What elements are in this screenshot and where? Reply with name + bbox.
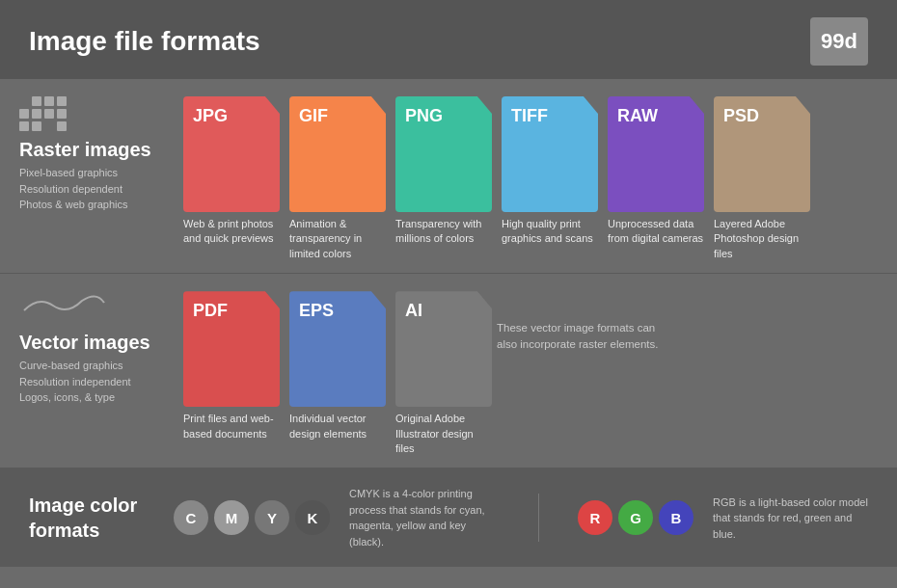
card-top-tiff: TIFF	[502, 96, 598, 212]
raster-icon-area	[19, 96, 174, 131]
r-circle: R	[578, 500, 612, 535]
card-label-gif: GIF	[299, 106, 328, 126]
card-label-jpg: JPG	[193, 106, 228, 126]
vector-label: Vector images Curve-based graphicsResolu…	[19, 291, 183, 406]
card-top-eps: EPS	[289, 291, 386, 407]
vector-desc: Curve-based graphicsResolution independe…	[19, 358, 174, 406]
card-ai: AI Original Adobe Illustrator design fil…	[395, 291, 492, 456]
b-circle: B	[659, 500, 693, 535]
card-desc-pdf: Print files and web-based documents	[183, 407, 280, 441]
m-circle: M	[214, 500, 249, 535]
raster-label: Raster images Pixel-based graphicsResolu…	[19, 96, 183, 213]
color-formats-title: Image color formats	[29, 493, 145, 543]
card-desc-eps: Individual vector design elements	[289, 407, 386, 441]
y-circle: Y	[255, 500, 289, 535]
card-label-eps: EPS	[299, 301, 334, 321]
card-label-pdf: PDF	[193, 301, 228, 321]
card-desc-tiff: High quality print graphics and scans	[502, 212, 598, 247]
g-circle: G	[618, 500, 653, 535]
card-label-psd: PSD	[723, 106, 759, 126]
card-tiff: TIFF High quality print graphics and sca…	[502, 96, 598, 247]
vector-note: These vector image formats can also inco…	[497, 291, 670, 354]
vector-icon-area	[19, 291, 174, 324]
card-gif: GIF Animation & transparency in limited …	[289, 96, 386, 261]
rgb-circles: R G B	[578, 500, 693, 535]
card-label-raw: RAW	[617, 106, 658, 126]
card-top-jpg: JPG	[183, 96, 280, 212]
vector-wave-icon	[19, 291, 174, 324]
raster-desc: Pixel-based graphicsResolution dependent…	[19, 165, 174, 213]
card-desc-ai: Original Adobe Illustrator design files	[395, 407, 492, 456]
card-psd: PSD Layered Adobe Photoshop design files	[714, 96, 810, 261]
logo: 99d	[810, 17, 868, 66]
card-png: PNG Transparency with millions of colors	[395, 96, 492, 247]
raster-cards: JPG Web & print photos and quick preview…	[183, 96, 810, 261]
card-top-gif: GIF	[289, 96, 386, 212]
card-top-ai: AI	[395, 291, 492, 407]
card-desc-psd: Layered Adobe Photoshop design files	[714, 212, 810, 261]
card-pdf: PDF Print files and web-based documents	[183, 291, 280, 441]
cmyk-group: C M Y K CMYK is a 4-color printing proce…	[174, 486, 500, 549]
vector-cards: PDF Print files and web-based documents …	[183, 291, 492, 456]
cmyk-desc: CMYK is a 4-color printing process that …	[349, 486, 500, 549]
card-desc-gif: Animation & transparency in limited colo…	[289, 212, 386, 261]
card-label-png: PNG	[405, 106, 443, 126]
card-desc-png: Transparency with millions of colors	[395, 212, 492, 247]
card-top-psd: PSD	[714, 96, 810, 212]
c-circle: C	[174, 500, 208, 535]
card-desc-raw: Unprocessed data from digital cameras	[608, 212, 704, 247]
card-top-pdf: PDF	[183, 291, 280, 407]
card-label-tiff: TIFF	[511, 106, 548, 126]
k-circle: K	[295, 500, 330, 535]
raster-grid-icon	[19, 96, 174, 131]
page-title: Image file formats	[29, 26, 260, 57]
card-raw: RAW Unprocessed data from digital camera…	[608, 96, 704, 247]
raster-section: Raster images Pixel-based graphicsResolu…	[0, 79, 897, 274]
header: Image file formats 99d	[0, 0, 897, 79]
rgb-desc: RGB is a light-based color model that st…	[713, 494, 868, 543]
card-top-raw: RAW	[608, 96, 704, 212]
cmyk-circles: C M Y K	[174, 500, 330, 535]
raster-title: Raster images	[19, 139, 174, 161]
rgb-group: R G B RGB is a light-based color model t…	[578, 494, 868, 543]
card-label-ai: AI	[405, 301, 422, 321]
divider	[538, 494, 539, 542]
vector-title: Vector images	[19, 332, 174, 354]
card-jpg: JPG Web & print photos and quick preview…	[183, 96, 280, 247]
card-eps: EPS Individual vector design elements	[289, 291, 386, 441]
color-formats-section: Image color formats C M Y K CMYK is a 4-…	[0, 468, 897, 567]
vector-section: Vector images Curve-based graphicsResolu…	[0, 274, 897, 468]
card-top-png: PNG	[395, 96, 492, 212]
card-desc-jpg: Web & print photos and quick previews	[183, 212, 280, 247]
